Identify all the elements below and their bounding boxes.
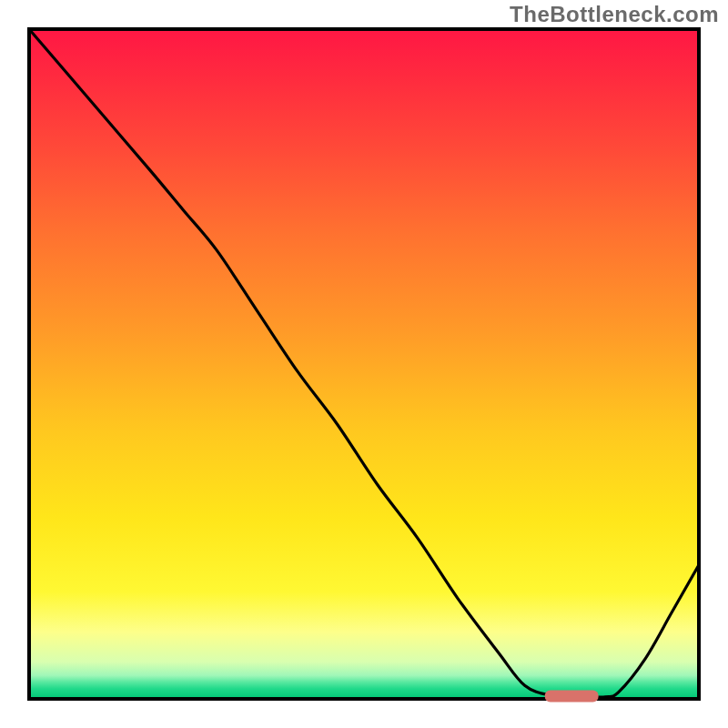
chart-svg <box>0 0 728 728</box>
watermark-text: TheBottleneck.com <box>510 2 719 27</box>
chart-frame: TheBottleneck.com <box>0 0 728 728</box>
gradient-background <box>29 29 699 699</box>
optimal-zone-marker <box>545 691 599 703</box>
plot-area <box>29 29 699 699</box>
